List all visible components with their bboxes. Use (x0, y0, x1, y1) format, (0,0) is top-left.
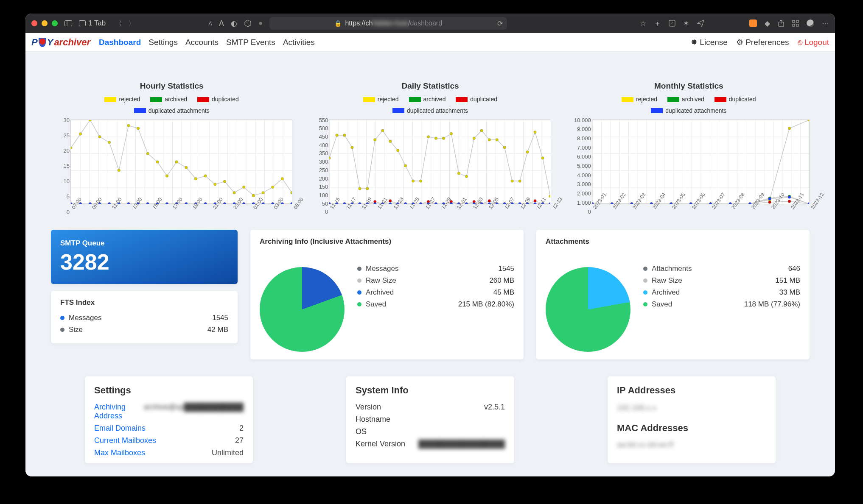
svg-point-226 (549, 202, 550, 203)
tab-smtp-events[interactable]: SMTP Events (226, 38, 275, 47)
x-tick: 15:00 (151, 207, 156, 210)
chart-daily-plot[interactable] (329, 120, 551, 204)
svg-point-135 (541, 156, 544, 159)
reload-icon[interactable]: ⟳ (497, 19, 503, 28)
half-circle-icon[interactable]: ◐ (231, 19, 237, 28)
list-item: Current Mailboxes 27 (94, 434, 244, 447)
minimize-window-button[interactable] (42, 20, 48, 26)
text-size-large-icon[interactable]: A (219, 19, 224, 28)
chart-monthly-xaxis: 2023-012023-022023-032023-042023-052023-… (592, 207, 810, 213)
svg-rect-2 (79, 21, 86, 26)
logout-link[interactable]: ⎋ Logout (798, 38, 829, 47)
archiving-info-title: Archiving Info (Inclusive Attachments) (260, 237, 514, 246)
legend-duplicated[interactable]: duplicated (714, 94, 756, 105)
adblock-icon[interactable] (244, 19, 252, 27)
tab-accounts[interactable]: Accounts (185, 38, 219, 47)
diamond-extension-icon[interactable]: ◆ (765, 19, 770, 28)
card-attachments: Attachments Attachments 646 Raw Size 151… (536, 230, 810, 359)
legend-archived[interactable]: archived (667, 94, 704, 105)
legend-dup-attach[interactable]: duplicated attachments (392, 106, 468, 116)
bullet-icon (60, 316, 64, 320)
close-window-button[interactable] (31, 20, 37, 26)
overflow-menu-icon[interactable]: ⋯ (822, 19, 829, 28)
legend-duplicated[interactable]: duplicated (456, 94, 497, 105)
preferences-link[interactable]: ⚙ Preferences (736, 37, 789, 47)
row-cards: SMTP Queue 3282 FTS Index Messages 1545 … (51, 230, 810, 359)
fox-extension-icon[interactable] (749, 19, 757, 27)
x-tick: 11:00 (111, 207, 115, 210)
preferences-label: Preferences (745, 38, 789, 47)
svg-point-131 (511, 179, 513, 182)
legend-rejected[interactable]: rejected (104, 94, 140, 105)
svg-point-273 (788, 196, 790, 198)
text-size-small-icon[interactable]: A (208, 20, 212, 27)
card-smtp-queue[interactable]: SMTP Queue 3282 (51, 230, 238, 284)
x-tick: 2023-02 (611, 207, 616, 210)
url-bar[interactable]: 🔒 https://chhidden-host/dashboard ⟳ (269, 17, 507, 30)
legend-duplicated[interactable]: duplicated (197, 94, 239, 105)
chart-daily-title: Daily Statistics (309, 81, 551, 91)
star-bookmark-icon[interactable]: ☆ (640, 19, 646, 28)
new-tab-plus-icon[interactable]: ＋ (654, 19, 661, 28)
chart-legend: rejected archived duplicated duplicated … (568, 94, 810, 117)
row-value: 42 MB (207, 326, 228, 334)
send-plane-icon[interactable] (697, 19, 704, 27)
record-dot-icon[interactable]: ● (258, 19, 263, 28)
svg-point-267 (670, 202, 672, 203)
x-tick: 11-25 (408, 207, 413, 210)
tab-count[interactable]: 1 Tab (79, 19, 106, 28)
x-tick: 03:00 (272, 207, 277, 210)
chart-daily: Daily Statistics rejected archived dupli… (309, 81, 551, 213)
row-label[interactable]: Max Mailboxes (94, 448, 145, 457)
legend-dup-attach[interactable]: duplicated attachments (134, 106, 210, 116)
row-label[interactable]: Email Domains (94, 424, 146, 433)
card-ip-addresses: IP Addresses 192.168.x.x MAC Addresses a… (608, 376, 776, 463)
sidebar-toggle-icon[interactable] (64, 20, 72, 26)
settings-gear-icon[interactable]: ✶ (683, 19, 689, 28)
row-label[interactable]: Current Mailboxes (94, 436, 156, 445)
chart-hourly-plot[interactable] (70, 120, 292, 204)
svg-point-101 (243, 202, 245, 203)
row-label: Raw Size (652, 276, 682, 284)
chart-monthly-plot[interactable] (592, 120, 810, 204)
tab-dashboard[interactable]: Dashboard (99, 38, 141, 47)
svg-rect-10 (796, 24, 799, 26)
row-label[interactable]: Archiving Address (94, 403, 143, 420)
svg-point-132 (518, 179, 521, 182)
swatch-green (409, 97, 421, 102)
share-icon[interactable] (778, 19, 785, 27)
x-tick: 21:00 (212, 207, 216, 210)
app-logo[interactable]: P Y archiver (31, 37, 90, 48)
legend-dup-attach[interactable]: duplicated attachments (651, 106, 726, 116)
row-value: 151 MB (775, 276, 800, 285)
license-link[interactable]: ✸ License (691, 37, 728, 47)
legend-archived[interactable]: archived (409, 94, 446, 105)
row-label: Kernel Version (356, 440, 405, 448)
tab-activities[interactable]: Activities (283, 38, 315, 47)
nav-forward-icon[interactable]: 〉 (128, 19, 135, 28)
row-value: 27 (235, 436, 244, 445)
license-icon: ✸ (691, 38, 698, 47)
profile-moon-icon[interactable] (807, 19, 814, 27)
logo-text-b: archiver (54, 37, 90, 48)
x-tick: 09:00 (91, 207, 95, 210)
nav-back-icon[interactable]: 〈 (115, 19, 122, 28)
grid-apps-icon[interactable] (792, 20, 799, 27)
row-value: 118 MB (77.96%) (744, 300, 800, 309)
x-tick: 11-21 (376, 207, 381, 210)
lock-icon: 🔒 (334, 20, 342, 27)
legend-archived[interactable]: archived (150, 94, 187, 105)
legend-rejected[interactable]: rejected (363, 94, 399, 105)
tab-settings[interactable]: Settings (149, 38, 178, 47)
row-value: 646 (788, 265, 800, 273)
bullet-icon (357, 267, 361, 271)
legend-rejected[interactable]: rejected (622, 94, 657, 105)
fullscreen-window-button[interactable] (52, 20, 58, 26)
x-tick: 2023-04 (651, 207, 656, 210)
pie-chart-attachments[interactable] (546, 267, 630, 352)
edit-note-icon[interactable] (669, 20, 675, 27)
list-item: Version v2.5.1 (356, 401, 505, 413)
svg-point-175 (389, 199, 392, 202)
pie-chart-archiving[interactable] (260, 267, 345, 352)
svg-point-83 (71, 202, 72, 203)
